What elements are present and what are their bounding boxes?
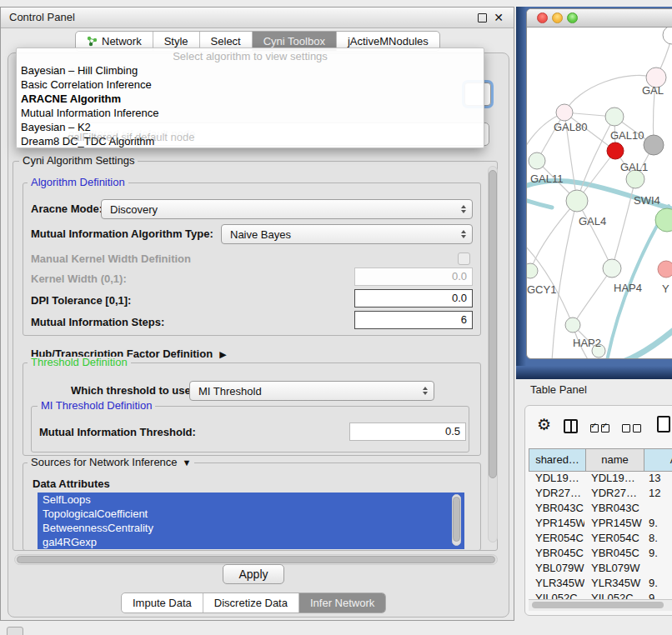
zoom-traffic-light-icon[interactable] (567, 12, 578, 23)
table-row[interactable]: YDL19…YDL19…13 (529, 471, 672, 486)
network-edge[interactable] (573, 268, 612, 325)
attribute-item-betweennesscentrality[interactable]: BetweennessCentrality (38, 521, 464, 535)
select-all-columns-icon[interactable] (590, 422, 612, 435)
sources-legend[interactable]: Sources for Network Inference (28, 457, 194, 468)
table-cell (642, 561, 672, 576)
network-node[interactable] (605, 108, 624, 126)
split-columns-icon[interactable] (564, 419, 578, 433)
table-row[interactable]: YER054CYER054C8. (529, 531, 672, 546)
dock-panel-icon[interactable] (7, 627, 23, 635)
table-row[interactable]: YLR345WYLR345W9. (529, 576, 672, 591)
network-panel-left-edge (516, 7, 526, 379)
table-row[interactable]: YBR045CYBR045C9. (529, 546, 672, 561)
column-header-shared-[interactable]: shared… (529, 449, 586, 472)
network-node[interactable] (566, 190, 588, 212)
network-node[interactable] (663, 28, 672, 44)
settings-hscrollbar-thumb[interactable] (17, 556, 495, 563)
attribute-item-selfloops[interactable]: SelfLoops (38, 492, 464, 507)
mi-algorithm-type-label: Mutual Information Algorithm Type: (31, 224, 213, 244)
table-cell: 12 (642, 486, 672, 501)
table-row[interactable]: YBL079WYBL079W (529, 561, 672, 576)
manual-kernel-width-checkbox[interactable] (458, 252, 470, 265)
gear-icon[interactable] (537, 415, 551, 434)
tab-label: Infer Network (310, 593, 374, 612)
network-edge[interactable] (552, 201, 577, 358)
table-cell: 13 (642, 471, 672, 486)
mi-steps-input[interactable]: 6 (354, 311, 473, 329)
table-cell: 9. (642, 516, 672, 531)
close-traffic-light-icon[interactable] (537, 12, 548, 23)
network-node[interactable] (556, 104, 573, 121)
minimize-traffic-light-icon[interactable] (552, 12, 563, 23)
node-label-gal10: GAL10 (610, 129, 644, 142)
attributes-vscrollbar[interactable] (452, 494, 461, 546)
table-cell: YBL079W (584, 561, 642, 576)
table-hscrollbar-thumb[interactable] (532, 602, 664, 608)
settings-vscrollbar[interactable] (488, 166, 498, 542)
data-attributes-list[interactable]: SelfLoopsTopologicalCoefficientBetweenne… (38, 492, 464, 549)
which-threshold-label: Which threshold to use: (71, 381, 194, 401)
settings-vscrollbar-thumb[interactable] (489, 170, 497, 478)
table-row[interactable]: YBR043CYBR043C (529, 501, 672, 516)
network-edge[interactable] (527, 199, 552, 208)
mi-threshold-label: Mutual Information Threshold: (39, 422, 196, 442)
attribute-item-gal4rgexp[interactable]: gal4RGexp (38, 535, 464, 549)
tab-impute-data[interactable]: Impute Data (122, 593, 203, 612)
network-panel-bottom-shadow (516, 366, 672, 379)
table-body: YDL19…YDL19…13YDR27…YDR27…12YBR043CYBR04… (529, 471, 672, 606)
network-window-titlebar (527, 9, 672, 28)
mi-algorithm-type-combobox[interactable]: Naive Bayes (221, 224, 473, 244)
node-label-swi4: SWI4 (634, 194, 660, 207)
float-window-icon[interactable] (478, 13, 487, 22)
attribute-item-topologicalcoefficient[interactable]: TopologicalCoefficient (38, 507, 464, 521)
table-row[interactable]: YPR145WYPR145W9. (529, 516, 672, 531)
dropdown-item-bayesian-hill-climbing[interactable]: Bayesian – Hill Climbing (17, 63, 484, 78)
threshold-definition-legend: Threshold Definition (28, 357, 131, 368)
table-cell: 9. (642, 576, 672, 591)
network-node[interactable] (644, 135, 664, 155)
node-label-gal11: GAL11 (530, 172, 564, 185)
table-cell: YBR043C (584, 501, 642, 516)
mi-threshold-input[interactable]: 0.5 (349, 422, 466, 441)
tab-discretize-data[interactable]: Discretize Data (203, 593, 299, 612)
apply-button[interactable]: Apply (223, 564, 284, 584)
network-edge[interactable] (620, 316, 672, 358)
table-cell: YPR145W (584, 516, 642, 531)
network-canvas[interactable]: GALGAL80GAL10GAL1GAL11SWI4GAL4GCY1HAP4YH… (527, 28, 672, 358)
kernel-width-input[interactable]: 0.0 (354, 268, 473, 286)
dpi-tolerance-input[interactable]: 0.0 (354, 289, 473, 308)
aracne-mode-combobox[interactable]: Discovery (101, 199, 473, 219)
network-node[interactable] (655, 208, 672, 232)
table-cell: YBR045C (529, 546, 584, 561)
dropdown-item-mutual-information-inference[interactable]: Mutual Information Inference (17, 106, 484, 120)
network-node[interactable] (607, 142, 624, 159)
deselect-all-columns-icon[interactable] (622, 422, 644, 435)
network-node[interactable] (658, 261, 672, 278)
node-label-gcy1: GCY1 (527, 283, 556, 296)
network-icon (87, 36, 98, 47)
tab-infer-network[interactable]: Infer Network (299, 593, 385, 612)
table-cell: YDR27… (584, 486, 642, 501)
document-icon[interactable] (657, 416, 670, 432)
column-header-name[interactable]: name (586, 449, 644, 472)
network-node[interactable] (603, 259, 621, 278)
table-row[interactable]: YDR27…YDR27…12 (529, 486, 672, 501)
table-hscrollbar[interactable] (529, 599, 672, 611)
network-node[interactable] (527, 263, 538, 278)
column-header-a[interactable]: A (644, 449, 672, 472)
network-node[interactable] (565, 318, 580, 332)
attributes-vscrollbar-thumb[interactable] (453, 497, 460, 542)
close-icon[interactable] (494, 11, 504, 24)
which-threshold-combobox[interactable]: MI Threshold (189, 381, 434, 401)
control-panel-window: Control Panel NetworkStyleSelectCyni Too… (0, 7, 514, 621)
table-cell: YDR27… (529, 486, 584, 501)
network-node[interactable] (529, 152, 545, 169)
node-label-hap4: HAP4 (614, 282, 642, 294)
bottom-tabs: Impute DataDiscretize DataInfer Network (121, 592, 386, 613)
network-edge[interactable] (577, 201, 612, 268)
dropdown-item-basic-correlation-inference[interactable]: Basic Correlation Inference (17, 78, 484, 92)
data-attributes-label: Data Attributes (33, 474, 110, 494)
stepper-arrows-icon (461, 230, 466, 238)
kernel-width-label: Kernel Width (0,1): (31, 269, 127, 289)
dropdown-item-aracne-algorithm[interactable]: ARACNE Algorithm (17, 92, 484, 106)
